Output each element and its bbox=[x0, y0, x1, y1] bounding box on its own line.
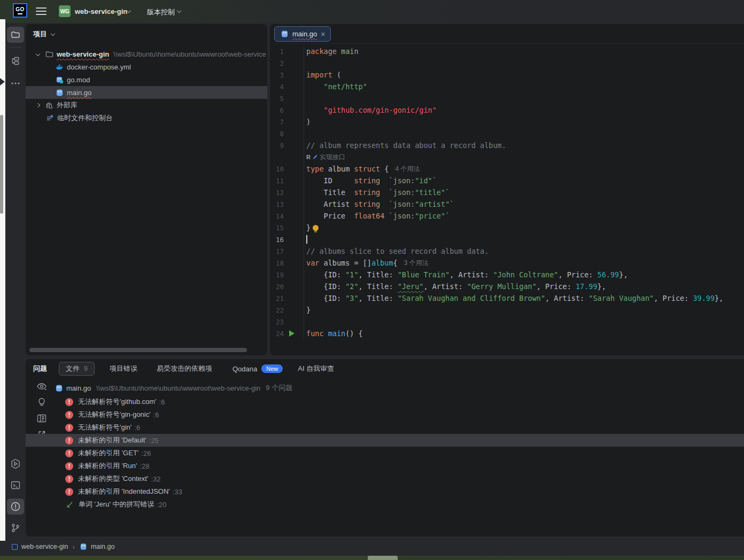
usages-hint[interactable]: 4 个用法 bbox=[395, 165, 420, 174]
problem-text: 无法解析符号'gin-gonic' bbox=[78, 410, 151, 419]
problems-tool-button[interactable] bbox=[7, 499, 24, 515]
close-tab-icon[interactable]: × bbox=[321, 30, 325, 38]
problem-text: 单词 'Jeru' 中的拼写错误 bbox=[79, 500, 154, 509]
line-number: 16 bbox=[270, 236, 284, 244]
project-panel: 项目 web-service-gin \\wsl$\Ubuntu\home\ub… bbox=[26, 24, 267, 355]
more-tool-windows-button[interactable] bbox=[7, 75, 24, 91]
code-line[interactable]: 9// album represents data about a record… bbox=[270, 139, 744, 151]
breadcrumb-file[interactable]: main.go bbox=[91, 543, 114, 550]
code-line[interactable]: 19 {ID: "1", Title: "Blue Train", Artist… bbox=[270, 269, 744, 281]
code-line[interactable]: 11 ID string `json:"id"` bbox=[270, 175, 744, 186]
code-line[interactable]: 4 "net/http" bbox=[270, 81, 744, 92]
problems-header: 问题 文件 9 项目错误 易受攻击的依赖项 Qodana New AI 自我审查 bbox=[26, 359, 744, 378]
line-number: 9 bbox=[270, 142, 284, 150]
code-line[interactable]: 1package main bbox=[270, 45, 744, 57]
problem-item[interactable]: !无法解析符号'gin-gonic':6 bbox=[26, 408, 744, 421]
project-panel-title: 项目 bbox=[33, 29, 47, 39]
line-number: 20 bbox=[270, 283, 284, 291]
project-panel-header[interactable]: 项目 bbox=[33, 29, 55, 39]
line-number: 24 bbox=[270, 330, 284, 338]
vcs-widget[interactable]: 版本控制 bbox=[147, 7, 175, 17]
go-mod-file-icon bbox=[55, 75, 64, 84]
tree-row-scratches[interactable]: 临时文件和控制台 bbox=[26, 112, 267, 125]
problem-item[interactable]: !未解析的类型 'Context':32 bbox=[26, 472, 744, 485]
code-line[interactable]: R实现接口 bbox=[270, 151, 744, 163]
tab-file-label: 文件 bbox=[66, 364, 80, 374]
tree-row-file[interactable]: docker-compose.yml bbox=[26, 60, 267, 73]
terminal-tool-button[interactable] bbox=[7, 477, 24, 493]
desktop-wallpaper-corner bbox=[0, 0, 5, 19]
tree-row-file[interactable]: go.mod bbox=[26, 73, 267, 86]
editor-tab-main-go[interactable]: main.go × bbox=[274, 26, 331, 42]
problem-item[interactable]: !未解析的引用 'IndentedJSON':33 bbox=[26, 485, 744, 498]
chevron-collapsed-icon[interactable] bbox=[36, 103, 40, 107]
tab-ai-review[interactable]: AI 自我审查 bbox=[298, 364, 334, 374]
run-tool-button[interactable] bbox=[7, 456, 24, 472]
code-line[interactable]: 12 Title string `json:"title"` bbox=[270, 186, 744, 198]
tab-vulnerable-dependencies[interactable]: 易受攻击的依赖项 bbox=[157, 364, 212, 374]
implement-interface-hint[interactable]: R实现接口 bbox=[306, 153, 345, 162]
more-icon bbox=[10, 82, 21, 85]
code-line[interactable]: 24func main() { bbox=[270, 328, 744, 339]
code-line[interactable]: 17// albums slice to seed record album d… bbox=[270, 245, 744, 257]
code-line[interactable]: 10type album struct {4 个用法 bbox=[270, 163, 744, 175]
problems-file-row[interactable]: main.go \\wsl$\Ubuntu\home\ubuntu\wwwroo… bbox=[26, 382, 744, 394]
usages-hint[interactable]: 3 个用法 bbox=[404, 259, 429, 268]
code-line[interactable]: 22} bbox=[270, 304, 744, 316]
problem-line-number: :6 bbox=[153, 411, 159, 419]
problem-item[interactable]: !未解析的引用 'GET':26 bbox=[26, 447, 744, 460]
code-line[interactable]: 13 Artist string `json:"artist"` bbox=[270, 198, 744, 210]
text-caret bbox=[306, 235, 307, 244]
project-tool-button[interactable] bbox=[7, 27, 24, 43]
code-line[interactable]: 15} bbox=[270, 222, 744, 234]
tree-row-file-selected[interactable]: main.go bbox=[26, 86, 267, 99]
code-line[interactable]: 7) bbox=[270, 116, 744, 128]
go-file-icon bbox=[79, 542, 88, 551]
structure-tool-button[interactable] bbox=[7, 53, 24, 69]
problem-text: 无法解析符号'github.com' bbox=[78, 397, 157, 407]
problem-item[interactable]: 单词 'Jeru' 中的拼写错误:20 bbox=[26, 498, 744, 511]
problem-line-number: :6 bbox=[159, 398, 165, 406]
version-control-tool-button[interactable] bbox=[7, 520, 24, 536]
problem-item[interactable]: !未解析的引用 'Default':25 bbox=[26, 434, 744, 447]
code-line[interactable]: 14 Price float64 `json:"price"` bbox=[270, 210, 744, 222]
tree-row-project-root[interactable]: web-service-gin \\wsl$\Ubuntu\home\ubunt… bbox=[26, 48, 267, 60]
tab-qodana[interactable]: Qodana New bbox=[232, 364, 283, 373]
tree-row-external-libraries[interactable]: 外部库 bbox=[26, 99, 267, 112]
run-icon bbox=[10, 458, 21, 470]
code-line[interactable]: 2 bbox=[270, 57, 744, 69]
problem-item[interactable]: !无法解析符号'github.com':6 bbox=[26, 395, 744, 408]
chevron-expanded-icon[interactable] bbox=[36, 52, 40, 56]
code-line[interactable]: 3import ( bbox=[270, 69, 744, 81]
problem-item[interactable]: !未解析的引用 'Run':28 bbox=[26, 460, 744, 472]
run-main-icon[interactable] bbox=[289, 330, 294, 337]
problem-item[interactable]: !无法解析符号'gin':6 bbox=[26, 421, 744, 434]
project-crumb-icon bbox=[12, 544, 18, 550]
problems-file-path: \\wsl$\Ubuntu\home\ubuntu\wwwroot\web-se… bbox=[96, 384, 260, 392]
code-line[interactable]: 6 "github.com/gin-gonic/gin" bbox=[270, 104, 744, 116]
breadcrumb-project[interactable]: web-service-gin bbox=[21, 543, 68, 550]
code-line[interactable]: 16 bbox=[270, 234, 744, 245]
scratches-icon bbox=[45, 114, 54, 122]
code-line[interactable]: 21 {ID: "3", Title: "Sarah Vaughan and C… bbox=[270, 292, 744, 304]
problem-line-number: :25 bbox=[149, 437, 159, 445]
code-line[interactable]: 5 bbox=[270, 92, 744, 104]
problem-text: 未解析的类型 'Context' bbox=[78, 474, 148, 484]
intention-bulb-icon[interactable] bbox=[313, 225, 319, 231]
status-bar: web-service-gin › main.go bbox=[5, 538, 744, 556]
project-avatar-badge[interactable]: WG bbox=[59, 5, 71, 17]
tab-project-errors[interactable]: 项目错误 bbox=[110, 364, 137, 374]
main-menu-button[interactable] bbox=[36, 7, 46, 15]
code-line[interactable]: 20 {ID: "2", Title: "Jeru", Artist: "Ger… bbox=[270, 281, 744, 292]
taskbar-peek-handle bbox=[368, 556, 398, 560]
code-line[interactable]: 18var albums = []album{3 个用法 bbox=[270, 257, 744, 269]
code-editor[interactable]: 1package main23import (4 "net/http"56 "g… bbox=[270, 45, 744, 339]
code-line[interactable]: 23 bbox=[270, 316, 744, 328]
tab-file[interactable]: 文件 9 bbox=[59, 362, 95, 376]
tab-qodana-label: Qodana bbox=[232, 365, 257, 373]
project-selector[interactable]: web-service-gin bbox=[75, 7, 127, 15]
code-line[interactable]: 8 bbox=[270, 128, 744, 139]
horizontal-scrollbar[interactable] bbox=[29, 348, 247, 352]
error-icon: ! bbox=[65, 475, 73, 483]
line-number: 11 bbox=[270, 177, 284, 185]
